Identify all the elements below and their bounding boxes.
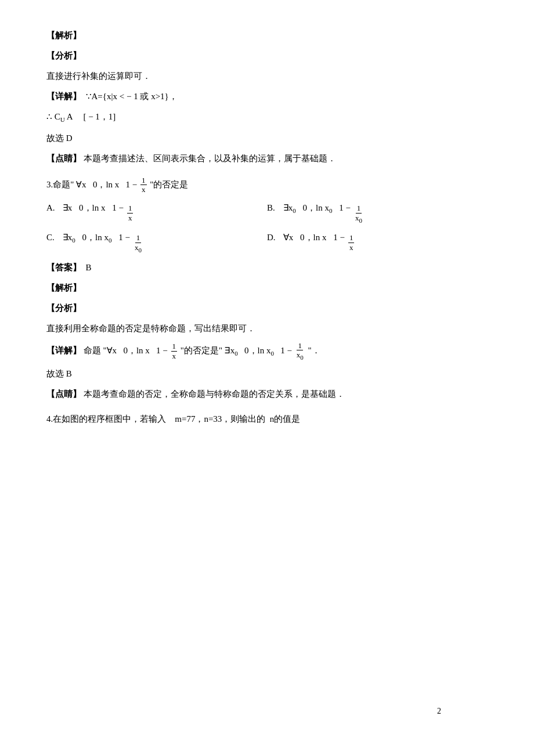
q3-title-end: "的否定是 bbox=[150, 179, 188, 189]
direct-content-2: 直接利用全称命题的否定是特称命题，写出结果即可． bbox=[46, 324, 255, 333]
xiangjie-label-1: 【详解】 bbox=[46, 92, 81, 101]
q3-frac-title: 1 x bbox=[140, 176, 147, 194]
cu-subscript-1: U bbox=[60, 116, 65, 123]
xiangjie-content-2f: 1 − bbox=[280, 346, 294, 355]
jiexi-section-1: 【解析】 bbox=[46, 28, 488, 44]
q3-c-frac: 1 x0 bbox=[134, 233, 143, 254]
q3-d-leq bbox=[329, 230, 331, 245]
dianjing-section-2: 【点睛】 本题考查命题的否定，全称命题与特称命题的否定关系，是基础题． bbox=[46, 386, 488, 402]
q3-option-a-label: A. bbox=[46, 200, 58, 216]
q3-d-0: 0，ln x bbox=[300, 230, 326, 245]
dianjing-content-1: 本题考查描述法、区间表示集合，以及补集的运算，属于基础题． bbox=[84, 154, 336, 163]
xiangjie-section-2: 【详解】 命题 "∀x 0，ln x 1 − 1 x "的否定是" ∃x0 0，… bbox=[46, 341, 488, 361]
dianjing-label-1: 【点睛】 bbox=[46, 154, 81, 163]
q3-d-1: 1 − bbox=[333, 230, 345, 245]
xiangjie-frac2: 1 x0 bbox=[295, 341, 305, 361]
q3-option-c: C. ∃x0 0，ln x0 1 − 1 x0 bbox=[46, 230, 267, 254]
q3-a-geq bbox=[74, 200, 77, 216]
direct-text-2: 直接利用全称命题的否定是特称命题，写出结果即可． bbox=[46, 321, 488, 337]
q3-d-geq bbox=[295, 230, 298, 245]
answer-section-2: 【答案】 B bbox=[46, 260, 488, 276]
therefore-symbol-1: ∴ C bbox=[46, 112, 60, 121]
q3-c-1: 1 − bbox=[118, 230, 130, 245]
xiangjie-content-2c: 1 − bbox=[156, 346, 169, 355]
q3-b-leq bbox=[334, 200, 337, 216]
direct-content-1: 直接进行补集的运算即可． bbox=[46, 71, 151, 81]
jiexi-label-2: 【解析】 bbox=[46, 283, 81, 292]
q3-option-a: A. ∃x 0，ln x 1 − 1 x bbox=[46, 200, 267, 224]
xiangjie-content-2d: "的否定是" ∃x0 bbox=[181, 346, 240, 355]
q3-c-0: 0，ln x0 bbox=[82, 230, 112, 247]
q3-a-text: ∃x bbox=[60, 200, 72, 216]
q3-options-row: A. ∃x 0，ln x 1 − 1 x B. ∃x0 0，ln x0 1 − … bbox=[46, 200, 488, 224]
direct-text-1: 直接进行补集的运算即可． bbox=[46, 68, 488, 84]
guxuan-content-2: 故选 B bbox=[46, 369, 72, 378]
therefore-a-1: A [ − 1，1] bbox=[65, 112, 116, 121]
answer-content-2: B bbox=[84, 263, 92, 272]
q3-b-geq bbox=[298, 200, 301, 216]
question-3-title: 3.命题" ∀x 0，ln x 1 − 1 x "的否定是 bbox=[46, 176, 488, 194]
xiangjie-leq1 bbox=[276, 346, 279, 355]
xiangjie-geq3 bbox=[240, 346, 243, 355]
q3-c-leq bbox=[114, 230, 116, 245]
xiangjie-content-2a: 命题 "∀x bbox=[84, 346, 119, 355]
q3-b-frac: 1 x0 bbox=[354, 204, 363, 224]
q3-option-d: D. ∀x 0，ln x 1 − 1 x bbox=[267, 230, 488, 254]
q3-num: 3.命题" ∀x bbox=[46, 179, 88, 189]
q3-a-frac: 1 x bbox=[127, 204, 134, 222]
q3-b-0: 0，ln x0 bbox=[303, 200, 333, 217]
xiangjie-geq2 bbox=[152, 346, 154, 355]
jiexi-section-2: 【解析】 bbox=[46, 280, 488, 296]
dianjing-section-1: 【点睛】 本题考查描述法、区间表示集合，以及补集的运算，属于基础题． bbox=[46, 151, 488, 167]
q3-option-c-label: C. bbox=[46, 230, 58, 245]
q3-option-b: B. ∃x0 0，ln x0 1 − 1 x0 bbox=[267, 200, 488, 224]
question-4-title: 4.在如图的程序框图中，若输入 m=77，n=33，则输出的 n的值是 bbox=[46, 411, 488, 427]
answer-label-2: 【答案】 bbox=[46, 263, 81, 272]
page-num-text: 2 bbox=[437, 707, 441, 715]
xiangjie-frac1: 1 x bbox=[171, 342, 178, 360]
guxuan-section-1: 故选 D bbox=[46, 131, 488, 146]
q3-b-1: 1 − bbox=[339, 200, 351, 216]
q3-leq1 bbox=[121, 179, 124, 189]
fenxi-section-1: 【分析】 bbox=[46, 48, 488, 64]
q3-one: 1 − bbox=[126, 179, 139, 189]
fenxi-section-2: 【分析】 bbox=[46, 301, 488, 316]
q3-c-geq bbox=[78, 230, 80, 245]
fenxi-label-1: 【分析】 bbox=[46, 51, 81, 60]
q3-options-row-2: C. ∃x0 0，ln x0 1 − 1 x0 D. ∀x 0，ln x 1 −… bbox=[46, 230, 488, 254]
q3-d-frac: 1 x bbox=[348, 233, 355, 252]
q3-a-0: 0，ln x bbox=[79, 200, 105, 216]
q3-c-text: ∃x0 bbox=[60, 230, 75, 247]
xiangjie-content-2b: 0，ln x bbox=[123, 346, 151, 355]
q3-a-leq bbox=[107, 200, 110, 216]
page-number: 2 bbox=[437, 704, 441, 718]
guxuan-content-1: 故选 D bbox=[46, 133, 73, 143]
q3-b-text: ∃x0 bbox=[281, 200, 296, 217]
therefore-section-1: ∴ CU A [ − 1，1] bbox=[46, 109, 488, 126]
xiangjie-content-2e: 0，ln x0 bbox=[244, 346, 276, 355]
q3-option-b-label: B. bbox=[267, 200, 279, 216]
guxuan-section-2: 故选 B bbox=[46, 366, 488, 382]
xiangjie-content-2g: "． bbox=[308, 346, 320, 355]
jiexi-label-1: 【解析】 bbox=[46, 31, 81, 40]
dianjing-label-2: 【点睛】 bbox=[46, 389, 81, 399]
q3-a-1: 1 − bbox=[112, 200, 124, 216]
q3-zero: 0，ln x bbox=[93, 179, 121, 189]
q4-text: 4.在如图的程序框图中，若输入 m=77，n=33，则输出的 n的值是 bbox=[46, 414, 300, 424]
xiangjie-geq1 bbox=[119, 346, 121, 355]
q3-geq bbox=[88, 179, 91, 189]
dianjing-content-2: 本题考查命题的否定，全称命题与特称命题的否定关系，是基础题． bbox=[84, 389, 345, 399]
xiangjie-label-2: 【详解】 bbox=[46, 346, 81, 355]
fenxi-label-2: 【分析】 bbox=[46, 303, 81, 313]
q3-d-text: ∀x bbox=[281, 230, 293, 245]
q3-option-d-label: D. bbox=[267, 230, 279, 245]
xiangjie-content-1: ∵A={x|x < − 1 或 x>1}， bbox=[84, 92, 178, 101]
xiangjie-section-1: 【详解】 ∵A={x|x < − 1 或 x>1}， bbox=[46, 89, 488, 104]
